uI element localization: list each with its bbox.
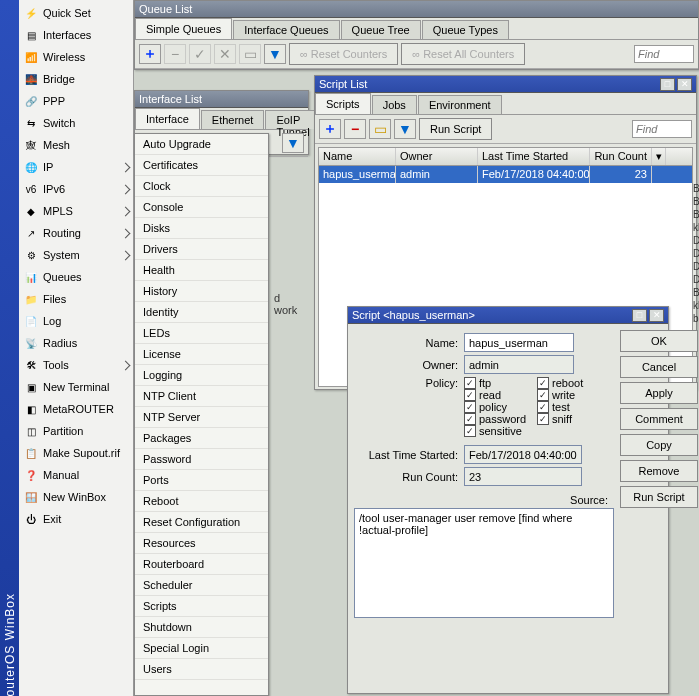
sidebar-item-make-supout.rif[interactable]: 📋Make Supout.rif <box>19 442 133 464</box>
sidebar-item-bridge[interactable]: 🌉Bridge <box>19 68 133 90</box>
close-button[interactable]: ✕ <box>649 309 664 322</box>
policy-sensitive[interactable]: ✓sensitive <box>464 425 537 437</box>
policy-read[interactable]: ✓read <box>464 389 537 401</box>
reset-all-counters-button[interactable]: ∞Reset All Counters <box>401 43 525 65</box>
menu-item-identity[interactable]: Identity <box>135 302 268 323</box>
sidebar-item-tools[interactable]: 🛠Tools <box>19 354 133 376</box>
menu-item-history[interactable]: History <box>135 281 268 302</box>
menu-item-certificates[interactable]: Certificates <box>135 155 268 176</box>
find-input[interactable] <box>634 45 694 63</box>
menu-item-drivers[interactable]: Drivers <box>135 239 268 260</box>
tab-simple-queues[interactable]: Simple Queues <box>135 18 232 39</box>
menu-item-reset-configuration[interactable]: Reset Configuration <box>135 512 268 533</box>
run-script-button[interactable]: Run Script <box>620 486 698 508</box>
policy-policy[interactable]: ✓policy <box>464 401 537 413</box>
run-script-button[interactable]: Run Script <box>419 118 492 140</box>
menu-item-auto-upgrade[interactable]: Auto Upgrade <box>135 134 268 155</box>
minimize-button[interactable]: □ <box>660 78 675 91</box>
sidebar-item-switch[interactable]: ⇆Switch <box>19 112 133 134</box>
sidebar-item-mpls[interactable]: ◆MPLS <box>19 200 133 222</box>
policy-reboot[interactable]: ✓reboot <box>537 377 610 389</box>
menu-item-ntp-server[interactable]: NTP Server <box>135 407 268 428</box>
add-button[interactable]: ＋ <box>139 44 161 64</box>
reset-counters-button[interactable]: ∞Reset Counters <box>289 43 398 65</box>
add-button[interactable]: ＋ <box>319 119 341 139</box>
sidebar-item-partition[interactable]: ◫Partition <box>19 420 133 442</box>
menu-item-routerboard[interactable]: Routerboard <box>135 554 268 575</box>
filter-button[interactable]: ▼ <box>394 119 416 139</box>
col-last[interactable]: Last Time Started <box>478 148 590 165</box>
sidebar-item-mesh[interactable]: 🕸Mesh <box>19 134 133 156</box>
menu-item-clock[interactable]: Clock <box>135 176 268 197</box>
tab-queue-types[interactable]: Queue Types <box>422 20 509 39</box>
sidebar-item-ipv6[interactable]: v6IPv6 <box>19 178 133 200</box>
comment-button[interactable]: Comment <box>620 408 698 430</box>
remove-button[interactable]: − <box>344 119 366 139</box>
tab-interface-queues[interactable]: Interface Queues <box>233 20 339 39</box>
sidebar-item-metarouter[interactable]: ◧MetaROUTER <box>19 398 133 420</box>
menu-item-ports[interactable]: Ports <box>135 470 268 491</box>
sidebar-item-interfaces[interactable]: ▤Interfaces <box>19 24 133 46</box>
tab-eoip[interactable]: EoIP Tunnel <box>265 110 320 129</box>
menu-item-console[interactable]: Console <box>135 197 268 218</box>
sidebar-item-exit[interactable]: ⏻Exit <box>19 508 133 530</box>
comment-button[interactable]: ▭ <box>369 119 391 139</box>
menu-item-health[interactable]: Health <box>135 260 268 281</box>
tab-ethernet[interactable]: Ethernet <box>201 110 265 129</box>
sidebar-item-radius[interactable]: 📡Radius <box>19 332 133 354</box>
tab-scripts[interactable]: Scripts <box>315 93 371 114</box>
menu-item-scheduler[interactable]: Scheduler <box>135 575 268 596</box>
sidebar-item-quick-set[interactable]: ⚡Quick Set <box>19 2 133 24</box>
sidebar-item-new-winbox[interactable]: 🪟New WinBox <box>19 486 133 508</box>
col-owner[interactable]: Owner <box>396 148 478 165</box>
sidebar-item-wireless[interactable]: 📶Wireless <box>19 46 133 68</box>
sidebar-item-ip[interactable]: 🌐IP <box>19 156 133 178</box>
menu-item-leds[interactable]: LEDs <box>135 323 268 344</box>
col-count[interactable]: Run Count <box>590 148 652 165</box>
menu-item-packages[interactable]: Packages <box>135 428 268 449</box>
apply-button[interactable]: Apply <box>620 382 698 404</box>
name-input[interactable] <box>464 333 574 352</box>
copy-button[interactable]: Copy <box>620 434 698 456</box>
policy-test[interactable]: ✓test <box>537 401 610 413</box>
filter-button[interactable]: ▼ <box>282 133 304 153</box>
ok-button[interactable]: OK <box>620 330 698 352</box>
tab-interface[interactable]: Interface <box>135 108 200 129</box>
sidebar-item-log[interactable]: 📄Log <box>19 310 133 332</box>
menu-item-resources[interactable]: Resources <box>135 533 268 554</box>
remove-button[interactable]: Remove <box>620 460 698 482</box>
policy-write[interactable]: ✓write <box>537 389 610 401</box>
sidebar-item-new-terminal[interactable]: ▣New Terminal <box>19 376 133 398</box>
menu-item-logging[interactable]: Logging <box>135 365 268 386</box>
sidebar-item-files[interactable]: 📁Files <box>19 288 133 310</box>
tab-environment[interactable]: Environment <box>418 95 502 114</box>
policy-ftp[interactable]: ✓ftp <box>464 377 537 389</box>
close-button[interactable]: ✕ <box>677 78 692 91</box>
col-name[interactable]: Name <box>319 148 396 165</box>
menu-item-license[interactable]: License <box>135 344 268 365</box>
sidebar-item-queues[interactable]: 📊Queues <box>19 266 133 288</box>
menu-item-users[interactable]: Users <box>135 659 268 680</box>
menu-item-ntp-client[interactable]: NTP Client <box>135 386 268 407</box>
source-textarea[interactable]: /tool user-manager user remove [find whe… <box>354 508 614 618</box>
sidebar-item-system[interactable]: ⚙System <box>19 244 133 266</box>
tab-queue-tree[interactable]: Queue Tree <box>341 20 421 39</box>
menu-item-password[interactable]: Password <box>135 449 268 470</box>
cancel-button[interactable]: Cancel <box>620 356 698 378</box>
menu-item-scripts[interactable]: Scripts <box>135 596 268 617</box>
menu-item-disks[interactable]: Disks <box>135 218 268 239</box>
sidebar-item-ppp[interactable]: 🔗PPP <box>19 90 133 112</box>
sidebar-item-manual[interactable]: ❓Manual <box>19 464 133 486</box>
menu-item-special-login[interactable]: Special Login <box>135 638 268 659</box>
policy-password[interactable]: ✓password <box>464 413 537 425</box>
table-row[interactable]: hapus_userman admin Feb/17/2018 04:40:00… <box>319 166 692 183</box>
filter-button[interactable]: ▼ <box>264 44 286 64</box>
menu-item-reboot[interactable]: Reboot <box>135 491 268 512</box>
find-input[interactable] <box>632 120 692 138</box>
policy-sniff[interactable]: ✓sniff <box>537 413 610 425</box>
sidebar-item-routing[interactable]: ↗Routing <box>19 222 133 244</box>
menu-item-shutdown[interactable]: Shutdown <box>135 617 268 638</box>
tab-jobs[interactable]: Jobs <box>372 95 417 114</box>
col-more[interactable]: ▾ <box>652 148 666 165</box>
minimize-button[interactable]: □ <box>632 309 647 322</box>
